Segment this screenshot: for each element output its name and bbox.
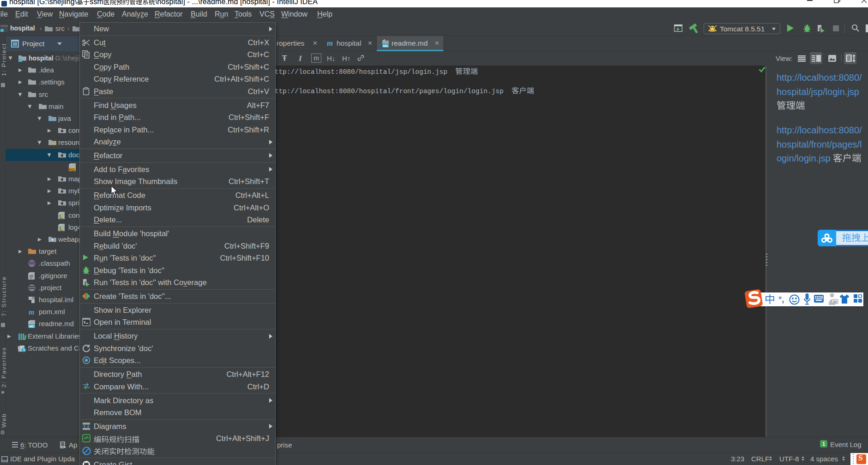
svg-text:20: 20 bbox=[833, 300, 837, 304]
svg-text:MD: MD bbox=[383, 44, 388, 48]
svg-text:m: m bbox=[29, 308, 34, 316]
svg-text:SQL: SQL bbox=[69, 168, 76, 172]
svg-text:MD: MD bbox=[29, 325, 34, 328]
